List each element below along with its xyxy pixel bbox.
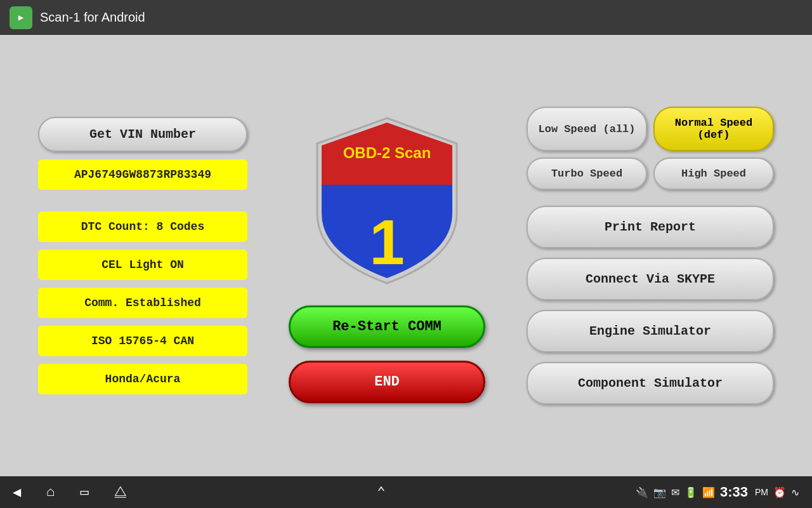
nav-bar: ◀ ⌂ ▭ ⧋ ⌃ 🔌 📷 ✉ 🔋 📶 3:33 PM ⏰ ∿	[0, 476, 812, 508]
signal-icon: 📶	[702, 486, 715, 498]
comm-status-badge: Comm. Established	[38, 288, 247, 318]
nav-left: ◀ ⌂ ▭ ⧋	[13, 484, 127, 501]
email-icon: ✉	[671, 486, 679, 498]
protocol-badge: ISO 15765-4 CAN	[38, 326, 247, 356]
connect-skype-button[interactable]: Connect Via SKYPE	[527, 258, 774, 300]
nav-center: ⌃	[377, 484, 385, 501]
print-report-button[interactable]: Print Report	[527, 206, 774, 248]
battery-icon: 🔋	[684, 486, 697, 498]
main-content: Get VIN Number APJ6749GW8873RP83349 DTC …	[0, 35, 812, 476]
wifi-icon: ∿	[791, 486, 799, 498]
title-bar: ▶ Scan-1 for Android	[0, 0, 812, 35]
alarm-icon: ⏰	[773, 486, 786, 498]
center-panel: 1 OBD-2 Scan Re-Start COMM END	[289, 109, 485, 403]
restart-comm-button[interactable]: Re-Start COMM	[289, 305, 485, 348]
cel-light-badge: CEL Light ON	[38, 250, 247, 280]
left-panel: Get VIN Number APJ6749GW8873RP83349 DTC …	[38, 117, 247, 394]
svg-text:1: 1	[369, 206, 405, 277]
obd-shield: 1 OBD-2 Scan	[295, 109, 479, 293]
speed-high-button[interactable]: High Speed	[653, 157, 774, 190]
vin-value: APJ6749GW8873RP83349	[38, 159, 247, 190]
engine-simulator-button[interactable]: Engine Simulator	[527, 310, 774, 352]
home-icon[interactable]: ⌂	[46, 485, 55, 500]
up-icon[interactable]: ⌃	[377, 484, 385, 501]
car-make-badge: Honda/Acura	[38, 364, 247, 394]
app-icon: ▶	[10, 6, 32, 29]
speed-low-button[interactable]: Low Speed (all)	[527, 107, 647, 151]
menu-icon[interactable]: ⧋	[114, 484, 127, 500]
component-simulator-button[interactable]: Component Simulator	[527, 362, 774, 404]
speed-turbo-button[interactable]: Turbo Speed	[527, 157, 647, 190]
get-vin-button[interactable]: Get VIN Number	[38, 117, 247, 152]
app-title: Scan-1 for Android	[40, 10, 145, 25]
dtc-count-badge: DTC Count: 8 Codes	[38, 211, 247, 242]
speed-buttons: Low Speed (all) Normal Speed (def) Turbo…	[527, 107, 774, 190]
end-button[interactable]: END	[289, 361, 485, 403]
am-pm: PM	[755, 487, 768, 497]
svg-text:OBD-2 Scan: OBD-2 Scan	[343, 144, 431, 161]
speed-normal-button[interactable]: Normal Speed (def)	[653, 107, 774, 151]
photo-icon: 📷	[653, 486, 666, 498]
back-icon[interactable]: ◀	[13, 484, 21, 501]
clock: 3:33	[720, 484, 748, 500]
right-panel: Low Speed (all) Normal Speed (def) Turbo…	[527, 107, 774, 404]
usb-icon: 🔌	[636, 486, 648, 498]
nav-right: 🔌 📷 ✉ 🔋 📶 3:33 PM ⏰ ∿	[636, 484, 799, 500]
recents-icon[interactable]: ▭	[80, 484, 88, 501]
